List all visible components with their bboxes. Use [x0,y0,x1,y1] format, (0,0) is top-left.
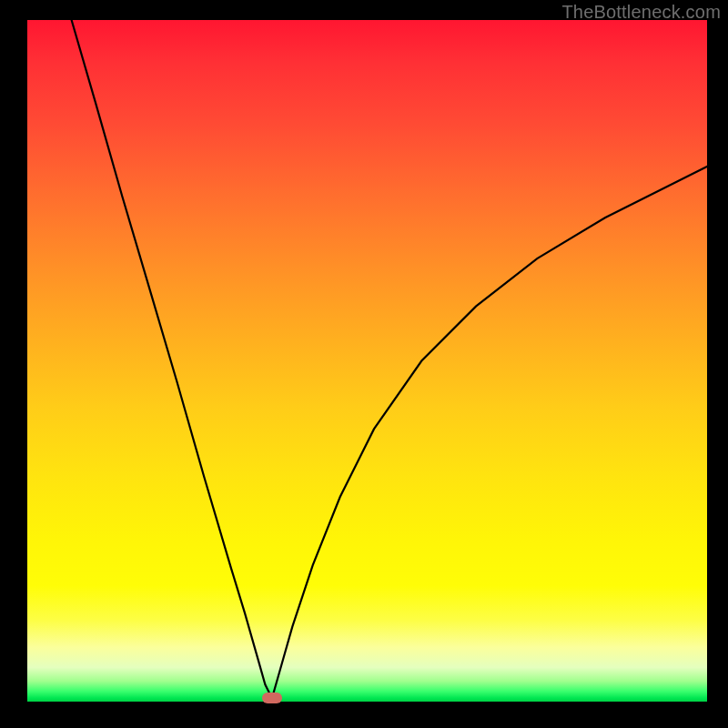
bottleneck-curve [27,20,707,702]
curve-path [72,20,707,698]
chart-frame: TheBottleneck.com [0,0,728,728]
plot-area [27,20,707,702]
optimal-marker [262,693,282,703]
